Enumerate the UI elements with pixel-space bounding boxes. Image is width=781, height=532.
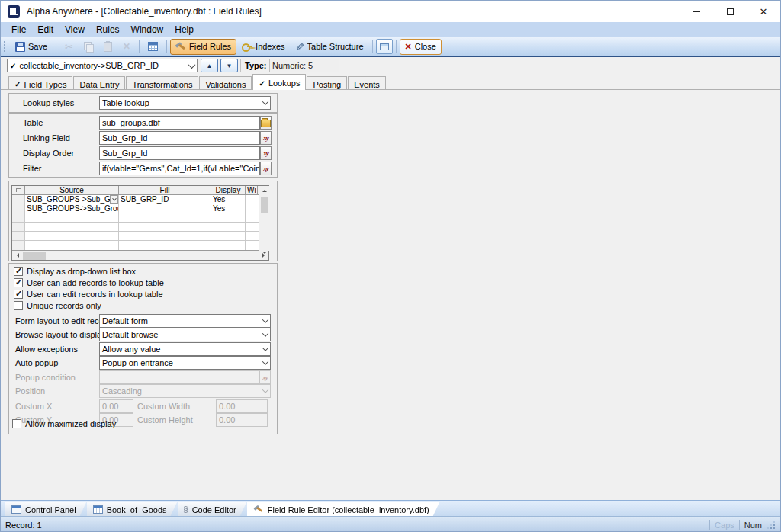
save-button[interactable]: Save [10,39,53,55]
record-indicator: Record: 1 [5,521,42,530]
lookup-style-groupbox: Lookup styles Table lookup [8,93,278,113]
previous-field-button[interactable]: ▲ [201,59,218,72]
delete-icon: ✕ [123,41,130,52]
checkbox-user-add-records[interactable]: User can add records to lookup table [14,278,164,287]
toolbar: Save ✂ ✕ Field Rules Indexes ✎ Table Str… [1,37,780,57]
chevron-down-icon [262,345,268,351]
popup-condition-expression-button: xy [259,370,271,384]
table-row[interactable] [12,213,259,223]
scroll-left-icon[interactable] [12,251,23,261]
display-order-input[interactable]: Sub_Grp_Id [99,146,260,160]
tab-data-entry[interactable]: Data Entry [73,76,125,90]
scrollbar-thumb[interactable] [261,197,268,213]
table-row[interactable] [12,241,259,250]
maximize-button[interactable] [713,1,747,22]
tab-book-of-goods[interactable]: Book_of_Goods [87,502,178,516]
checkbox-allow-maximized[interactable]: Allow maximized display [12,419,116,428]
save-icon [15,42,25,52]
checkbox-icon[interactable] [14,278,23,287]
tab-transformations[interactable]: Transformations [126,76,198,90]
paste-button[interactable] [98,39,117,55]
grid-corner-cell[interactable] [12,186,25,194]
next-field-button[interactable]: ▼ [220,59,238,72]
browse-layout-select[interactable]: Default browse [99,328,271,341]
resize-grip[interactable] [767,521,776,530]
copy-button[interactable] [79,39,98,55]
table-structure-button[interactable]: ✎ Table Structure [291,39,369,55]
type-value-field: Numeric: 5 [269,59,339,72]
display-order-expression-button[interactable]: xy [260,146,272,160]
hammer-icon [175,42,186,52]
cell-dropdown-button[interactable] [110,195,118,204]
close-window-button[interactable]: ✕ [747,1,780,22]
control-panel-icon [11,505,21,514]
grid-col-display[interactable]: Display [211,186,246,194]
checkbox-icon[interactable] [14,301,23,310]
custom-height-input: 0.00 [216,413,268,427]
tab-control-panel[interactable]: Control Panel [5,502,87,516]
checkbox-icon[interactable] [12,419,21,428]
menu-file[interactable]: File [7,23,31,37]
menu-window[interactable]: Window [127,23,169,37]
row-selector[interactable] [12,204,25,213]
linking-field-label: Linking Field [23,133,70,143]
grid-col-width[interactable]: Wi [246,186,258,194]
table-row[interactable] [12,232,259,241]
table-row[interactable]: SUB_GROUPS->Sub_Grp_Id SUB_GRP_ID Yes [12,195,259,204]
table-row[interactable] [12,223,259,232]
tab-code-editor[interactable]: § Code Editor [178,502,247,516]
table-browse-button[interactable] [260,116,272,130]
grid-horizontal-scrollbar[interactable] [12,250,268,260]
field-selector-row: ✓ collectable_inventory->SUB_GRP_ID ▲ ▼ … [1,57,780,74]
field-rules-button[interactable]: Field Rules [170,39,236,55]
toolbar-grip[interactable] [3,40,7,53]
expression-icon: xy [263,149,268,157]
table-input[interactable]: sub_groups.dbf [99,116,260,130]
menu-view[interactable]: View [60,23,89,37]
field-selector-combobox[interactable]: ✓ collectable_inventory->SUB_GRP_ID [7,59,198,72]
tab-events[interactable]: Events [348,76,386,90]
scrollbar-thumb[interactable] [23,252,46,260]
lookups-tab-panel: Lookup styles Table lookup Table sub_gro… [1,90,780,500]
chevron-down-icon [262,330,268,336]
cut-button[interactable]: ✂ [59,39,79,55]
menu-help[interactable]: Help [170,23,198,37]
grid-col-source[interactable]: Source [25,186,119,194]
linking-field-input[interactable]: Sub_Grp_Id [99,131,260,145]
tab-field-types[interactable]: ✓Field Types [8,76,72,90]
filter-expression-button[interactable]: xy [260,162,272,175]
grid-col-fill[interactable]: Fill [119,186,211,194]
lookup-styles-select[interactable]: Table lookup [99,96,271,110]
tab-lookups[interactable]: ✓Lookups [252,74,306,90]
image-toolbar-button[interactable] [376,39,393,54]
checkbox-unique-records[interactable]: Unique records only [14,301,101,310]
minimize-button[interactable] [680,1,713,22]
menu-rules[interactable]: Rules [92,23,124,37]
copy-icon [84,42,93,51]
delete-button[interactable]: ✕ [117,39,136,55]
grid-vertical-scrollbar[interactable] [259,186,270,251]
checkbox-user-edit-records[interactable]: User can edit records in lookup table [14,290,163,299]
checkbox-icon[interactable] [14,267,23,276]
tab-validations[interactable]: Validations [199,76,252,90]
row-selector[interactable] [12,195,25,204]
expression-icon: xy [263,165,268,172]
key-icon [242,43,252,50]
tab-field-rule-editor[interactable]: Field Rule Editor (collectable_inventory… [247,502,440,516]
scroll-up-icon[interactable] [259,186,270,196]
default-browse-button[interactable] [143,39,163,55]
allow-exceptions-select[interactable]: Allow any value [99,342,271,356]
menu-edit[interactable]: Edit [33,23,58,37]
auto-popup-select[interactable]: Popup on entrance [99,356,271,370]
filter-input[interactable]: if(vlable="Gems",Cat_Id=1,if(vLable="Coi… [99,162,260,175]
checkbox-display-dropdown[interactable]: Display as drop-down list box [14,267,136,276]
form-layout-select[interactable]: Default form [99,314,271,328]
checkbox-icon[interactable] [14,290,23,299]
indexes-button[interactable]: Indexes [236,39,291,55]
table-row[interactable]: SUB_GROUPS->Sub_Group Yes [12,204,259,213]
scroll-down-icon[interactable] [259,248,270,258]
close-button[interactable]: ✕ Close [400,39,442,55]
rule-tabs: ✓Field Types Data Entry Transformations … [1,74,780,90]
tab-posting[interactable]: Posting [307,76,347,90]
linking-field-expression-button[interactable]: xy [260,131,272,145]
